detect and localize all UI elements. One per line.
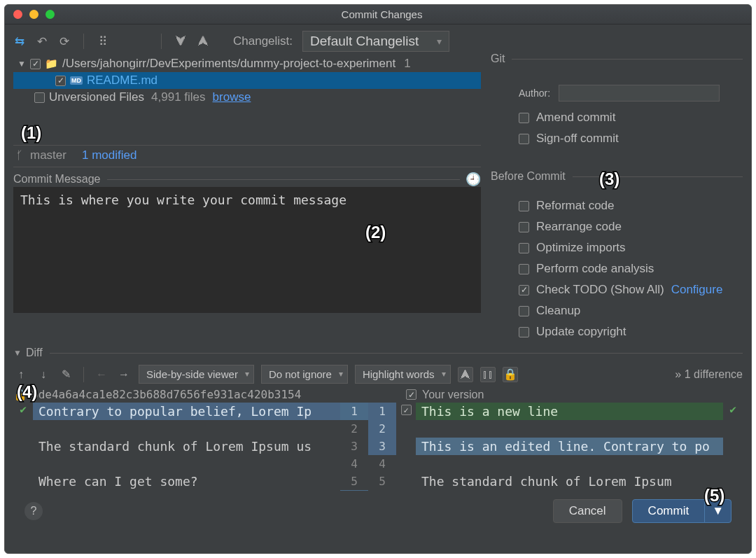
- diff-line: [416, 455, 723, 473]
- author-label: Author:: [519, 88, 550, 99]
- branch-name: master: [30, 148, 66, 162]
- tree-file-label: README.md: [87, 74, 158, 88]
- zoom-icon[interactable]: [46, 10, 55, 19]
- update-copyright-option[interactable]: Update copyright: [536, 325, 626, 339]
- before-commit-header: Before Commit: [491, 170, 743, 183]
- cleanup-option[interactable]: Cleanup: [536, 304, 580, 318]
- checkbox[interactable]: [519, 201, 529, 211]
- diff-line: The standard chunk of Lorem Ipsum us: [33, 438, 340, 455]
- branch-icon: ᚶ: [16, 149, 23, 162]
- diff-section-header[interactable]: ▼ Diff: [13, 347, 743, 359]
- tree-root[interactable]: ▼ 📁 /Users/jahongirr/DevExperiments/dumm…: [13, 55, 481, 72]
- branch-status: ᚶ master 1 modified: [13, 145, 481, 167]
- lock-icon: 🔒: [13, 388, 27, 401]
- browse-link[interactable]: browse: [213, 90, 251, 104]
- commit-changes-window: Commit Changes ⇆ ↶ ⟳ ⠿ ⮟ ⮝ Changelist: D…: [4, 4, 752, 554]
- tree-root-count: 1: [404, 57, 410, 71]
- checkbox[interactable]: [519, 306, 529, 316]
- minimize-icon[interactable]: [29, 10, 38, 19]
- checkbox[interactable]: [519, 327, 529, 337]
- git-section-header: Git: [491, 53, 743, 65]
- chevron-down-icon[interactable]: ▼: [13, 348, 22, 358]
- expand-all-icon[interactable]: ⮟: [174, 35, 187, 48]
- commit-message-input[interactable]: [13, 187, 481, 313]
- commit-message-header: Commit Message 🕘: [13, 172, 481, 187]
- diff-left-pane[interactable]: Contrary to popular belief, Lorem Ip The…: [33, 403, 340, 491]
- rearrange-code-option[interactable]: Rearrange code: [536, 220, 622, 234]
- tree-root-path: /Users/jahongirr/DevExperiments/dummy-pr…: [62, 57, 396, 71]
- amend-commit-option[interactable]: Amend commit: [536, 111, 615, 125]
- refresh-icon[interactable]: ⟳: [58, 35, 71, 48]
- optimize-imports-option[interactable]: Optimize imports: [536, 241, 626, 255]
- modified-count[interactable]: 1 modified: [82, 148, 136, 162]
- toolbar: ⇆ ↶ ⟳ ⠿ ⮟ ⮝ Changelist: Default Changeli…: [13, 30, 743, 53]
- configure-link[interactable]: Configure: [671, 283, 723, 297]
- highlight-mode-dropdown[interactable]: Highlight words: [355, 365, 451, 384]
- collapse-all-icon[interactable]: ⮝: [197, 35, 209, 48]
- diff-right-pane[interactable]: This is a new line This is an edited lin…: [416, 403, 723, 491]
- diff-left-title: 6de4a6a4ca1e82c3b688d7656fe931ac420b3154: [31, 388, 301, 401]
- changelist-label: Changelist:: [233, 34, 293, 48]
- commit-button[interactable]: Commit: [632, 499, 706, 523]
- traffic-lights: [13, 10, 55, 19]
- tree-file[interactable]: MD README.md: [13, 72, 481, 89]
- diff-file-headers: 🔒6de4a6a4ca1e82c3b688d7656fe931ac420b315…: [13, 388, 743, 401]
- commit-dropdown-arrow[interactable]: ▼: [704, 499, 732, 523]
- diff-line: [33, 420, 340, 438]
- undo-icon[interactable]: ↶: [36, 35, 48, 48]
- reformat-code-option[interactable]: Reformat code: [536, 199, 615, 213]
- edit-icon[interactable]: ✎: [58, 367, 74, 382]
- signoff-commit-option[interactable]: Sign-off commit: [536, 132, 619, 146]
- window-title: Commit Changes: [55, 8, 709, 20]
- collapse-unchanged-icon[interactable]: ⮝: [458, 367, 473, 382]
- sync-scroll-icon[interactable]: ⫿⫿: [480, 367, 496, 382]
- checkbox[interactable]: [519, 222, 529, 232]
- checkbox[interactable]: [55, 76, 66, 86]
- next-diff-icon[interactable]: ↓: [36, 367, 51, 382]
- diff-line: Contrary to popular belief, Lorem Ip: [33, 403, 340, 420]
- diff-viewer[interactable]: ✔ Contrary to popular belief, Lorem Ip T…: [13, 403, 743, 491]
- diff-line: The standard chunk of Lorem Ipsum: [416, 473, 723, 490]
- dialog-footer: ? Cancel Commit ▼: [13, 491, 743, 531]
- unversioned-count: 4,991 files: [151, 90, 206, 104]
- checkbox[interactable]: [519, 134, 529, 144]
- chevron-down-icon[interactable]: ▼: [18, 59, 26, 69]
- author-input[interactable]: [559, 85, 720, 102]
- diff-line: [33, 455, 340, 473]
- prev-file-icon[interactable]: ←: [94, 367, 109, 382]
- next-file-icon[interactable]: →: [116, 367, 132, 382]
- code-analysis-option[interactable]: Perform code analysis: [536, 262, 654, 276]
- diff-line: This is a new line: [416, 403, 723, 420]
- checkbox[interactable]: [519, 264, 529, 274]
- diff-line: [416, 420, 723, 438]
- lock-icon[interactable]: 🔒: [503, 367, 518, 382]
- checkbox[interactable]: [519, 243, 529, 253]
- accept-all-icon[interactable]: ✔: [729, 403, 736, 416]
- diff-toolbar: ↑ ↓ ✎ ← → Side-by-side viewer Do not ign…: [13, 365, 743, 384]
- changelist-dropdown[interactable]: Default Changelist: [302, 31, 449, 52]
- cancel-button[interactable]: Cancel: [553, 499, 622, 523]
- diff-line: This is an edited line. Contrary to po: [416, 438, 723, 455]
- checkbox[interactable]: [406, 389, 416, 400]
- check-todo-option[interactable]: Check TODO (Show All): [536, 283, 664, 297]
- checkbox[interactable]: [519, 113, 529, 123]
- accept-all-icon[interactable]: ✔: [20, 403, 27, 416]
- checkbox[interactable]: [34, 92, 45, 103]
- help-icon[interactable]: ?: [24, 502, 43, 520]
- ignore-mode-dropdown[interactable]: Do not ignore: [261, 365, 348, 384]
- history-icon[interactable]: 🕘: [465, 172, 481, 187]
- checkbox[interactable]: [30, 59, 41, 69]
- tree-unversioned[interactable]: Unversioned Files 4,991 files browse: [13, 89, 481, 106]
- titlebar: Commit Changes: [5, 5, 751, 25]
- diff-gutter-left: 12345: [340, 403, 368, 491]
- compare-icon[interactable]: ⇆: [13, 35, 26, 48]
- checkbox[interactable]: [401, 405, 412, 415]
- checkbox[interactable]: [519, 285, 529, 295]
- markdown-file-icon: MD: [70, 76, 83, 85]
- viewer-mode-dropdown[interactable]: Side-by-side viewer: [139, 365, 254, 384]
- close-icon[interactable]: [13, 10, 22, 19]
- group-icon[interactable]: ⠿: [97, 35, 109, 48]
- unversioned-label: Unversioned Files: [49, 90, 144, 104]
- prev-diff-icon[interactable]: ↑: [13, 367, 29, 382]
- diff-right-title: Your version: [422, 389, 484, 401]
